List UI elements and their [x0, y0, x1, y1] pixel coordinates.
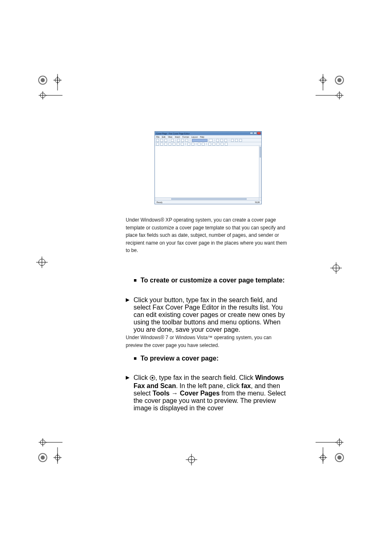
toolbar-sep — [214, 139, 215, 141]
underline-icon[interactable] — [224, 139, 227, 142]
menu-insert[interactable]: Insert — [175, 136, 180, 138]
reg-mark-top-left — [34, 74, 62, 103]
toolbar-sep — [190, 139, 190, 141]
maximize-button[interactable] — [254, 132, 257, 134]
toolbar-drawing — [155, 142, 261, 146]
paragraph-win7-vista: Under Windows® 7 or Windows Vista™ opera… — [126, 334, 289, 349]
reg-mark-bot-right — [316, 435, 348, 464]
status-num: NUM — [255, 201, 260, 204]
align-left2-icon[interactable] — [208, 143, 211, 146]
svg-point-29 — [41, 456, 45, 460]
menu-file[interactable]: File — [156, 136, 159, 138]
toolbar-standard — [155, 139, 261, 142]
reg-mark-mid-right — [328, 260, 344, 276]
cover-page-editor-screenshot: Cover Page - Fax Cover Page Editor File … — [154, 131, 262, 204]
step-create-template: ▶ Click your button, type fax in the sea… — [126, 296, 289, 333]
toolbar-sep — [196, 143, 196, 145]
heading-create-template: To create or customize a cover page temp… — [134, 277, 289, 284]
font-size-select[interactable] — [209, 139, 213, 142]
reg-mark-top-right — [316, 74, 348, 103]
horizontal-scrollbar[interactable] — [155, 197, 259, 200]
svg-point-13 — [337, 78, 341, 82]
font-select[interactable] — [192, 139, 208, 142]
heading-text: To preview a cover page: — [141, 355, 219, 362]
svg-point-3 — [41, 78, 45, 82]
arrow-bullet-icon: ▶ — [126, 375, 129, 412]
paste-icon[interactable] — [185, 139, 188, 142]
start-orb-icon — [150, 375, 155, 382]
app-window: Cover Page - Fax Cover Page Editor File … — [154, 131, 262, 204]
reg-mark-bot-left — [34, 435, 62, 464]
toolbar-sep — [175, 139, 176, 141]
paragraph-xp-intro: Under Windows® XP operating system, you … — [126, 216, 289, 254]
grid-icon[interactable] — [225, 143, 228, 146]
rect-icon[interactable] — [168, 143, 171, 146]
space-down-icon[interactable] — [202, 143, 205, 146]
pointer-icon[interactable] — [156, 143, 159, 146]
align-right-icon[interactable] — [239, 139, 242, 142]
canvas[interactable] — [155, 146, 259, 197]
window-controls — [250, 132, 261, 134]
scroll-corner — [259, 197, 261, 200]
reg-mark-mid-left — [34, 254, 50, 271]
close-button[interactable] — [257, 132, 261, 134]
polygon-icon[interactable] — [177, 143, 180, 146]
square-bullet-icon — [134, 279, 136, 282]
bold-icon[interactable] — [216, 139, 219, 142]
ellipse-icon[interactable] — [181, 143, 184, 146]
step-preview-cover: ▶ Click , type fax in the search field. … — [126, 374, 289, 412]
roundrect-icon[interactable] — [173, 143, 175, 146]
menu-help[interactable]: Help — [200, 136, 204, 138]
align-right2-icon[interactable] — [212, 143, 215, 146]
line-icon[interactable] — [164, 143, 167, 146]
align-top-icon[interactable] — [217, 143, 219, 146]
window-title: Cover Page - Fax Cover Page Editor — [156, 132, 189, 135]
square-bullet-icon — [134, 357, 136, 360]
toolbar-sep — [229, 139, 229, 141]
align-bottom-icon[interactable] — [221, 143, 224, 146]
menubar: File Edit View Insert Format Layout Help — [155, 135, 261, 139]
svg-point-50 — [152, 377, 153, 379]
align-left-icon[interactable] — [231, 139, 234, 142]
open-icon[interactable] — [160, 139, 163, 142]
canvas-area — [155, 146, 261, 197]
statusbar: Ready NUM — [155, 200, 261, 204]
copy-icon[interactable] — [181, 139, 184, 142]
menu-format[interactable]: Format — [182, 136, 189, 138]
bring-front-icon[interactable] — [187, 143, 190, 146]
heading-preview-cover: To preview a cover page: — [134, 355, 289, 362]
italic-icon[interactable] — [220, 139, 223, 142]
heading-text: To create or customize a cover page temp… — [141, 277, 285, 284]
toolbar-sep — [185, 143, 186, 145]
vertical-scrollbar[interactable] — [259, 146, 261, 197]
align-center-icon[interactable] — [235, 139, 238, 142]
hscroll-row — [155, 197, 261, 200]
status-ready: Ready — [157, 201, 162, 204]
svg-point-39 — [337, 456, 341, 460]
menu-layout[interactable]: Layout — [191, 136, 198, 138]
titlebar: Cover Page - Fax Cover Page Editor — [155, 132, 261, 135]
menu-edit[interactable]: Edit — [162, 136, 166, 138]
toolbar-sep — [206, 143, 207, 145]
save-icon[interactable] — [164, 139, 167, 142]
menu-view[interactable]: View — [168, 136, 173, 138]
reg-mark-bot-center — [183, 451, 200, 468]
minimize-button[interactable] — [250, 132, 253, 134]
cut-icon[interactable] — [177, 139, 180, 142]
step-text: Click your button, type fax in the searc… — [134, 296, 289, 333]
toolbar-sep — [169, 139, 169, 141]
step-text: Click , type fax in the search field. Cl… — [134, 374, 289, 412]
space-across-icon[interactable] — [198, 143, 201, 146]
send-back-icon[interactable] — [191, 143, 194, 146]
new-icon[interactable] — [156, 139, 159, 142]
arrow-bullet-icon: ▶ — [126, 297, 129, 333]
text-icon[interactable] — [160, 143, 163, 146]
print-icon[interactable] — [171, 139, 174, 142]
